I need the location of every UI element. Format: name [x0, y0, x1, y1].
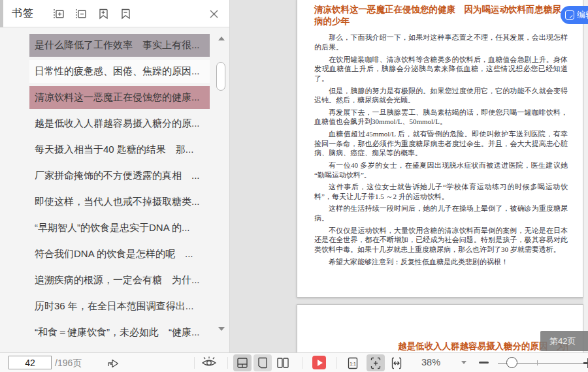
bookmark-panel-title: 书签	[12, 7, 34, 20]
bookmark-item[interactable]: 越是低收入人群越容易摄入糖分的原...	[29, 112, 210, 135]
svg-text:1:1: 1:1	[350, 361, 356, 365]
bookmark-item[interactable]: “和食＝健康饮食”，未必如此 “健康...	[29, 321, 210, 344]
paragraph: 有一位40 多岁的女士，在盛夏因出现脱水症状而被送进医院，医生建议她“勤喝运动饮…	[314, 161, 568, 179]
zoom-level-label[interactable]: 38%	[421, 357, 440, 367]
bookmark-item[interactable]: 是什么降低了工作效率 事实上有很...	[29, 34, 210, 57]
bookmark-item[interactable]: 清凉饮料这一恶魔正在侵蚀您的健康...	[29, 86, 210, 109]
paragraph: 血糖值超过45mmol/L 后，就有昏倒的危险。即使叫救护车送到医院，有幸捡回一…	[314, 129, 568, 158]
status-bar: /196页	[0, 352, 588, 372]
bookmark-panel: 书签	[0, 0, 230, 352]
bookmark-item[interactable]: 追溯疾病的根源，一定会有糖 为什...	[29, 269, 210, 292]
scroll-mode-button[interactable]	[233, 354, 252, 371]
play-icon	[318, 360, 323, 366]
scrollbar-thumb[interactable]	[216, 62, 225, 91]
bookmark-scrollbar[interactable]	[216, 31, 227, 336]
pdf-reader-window: 书签	[0, 0, 588, 372]
zoom-slider-midpoint	[537, 360, 538, 365]
facing-pages-mode-button[interactable]	[274, 354, 292, 371]
scroll-up-icon[interactable]	[218, 37, 225, 40]
document-scrollbar[interactable]	[583, 0, 588, 352]
collapse-all-icon[interactable]	[74, 7, 88, 20]
paragraph: 不仅仅是运动饮料，大量饮用含糖的清凉饮料而晕倒的案例，无论是在日本还是在全世界，…	[314, 226, 568, 255]
bookmark-list: 是什么降低了工作效率 事实上有很... 日常性的疲惫感、困倦、焦躁的原因... …	[0, 31, 229, 352]
single-page-mode-button[interactable]	[253, 354, 272, 371]
page-indicator-badge: 第42页	[540, 331, 588, 351]
paragraph: 这样的生活持续一段时间后，她的儿子在操场上晕倒了，被确诊为重度糖尿病。	[314, 204, 568, 223]
scroll-down-icon[interactable]	[218, 327, 225, 331]
bookmark-item[interactable]: 日常性的疲惫感、困倦、焦躁的原因...	[29, 60, 210, 83]
bookmark-item[interactable]: 符合我们DNA 的饮食是怎样的呢 ...	[29, 243, 210, 266]
bookmark-item[interactable]: “早期智人”的饮食是忠实于DNA 的...	[29, 217, 210, 240]
paragraph: 希望大家能够注意到：反复性低血糖是此类悲剧的祸根！	[314, 257, 568, 267]
bookmark-item[interactable]: 每天摄入相当于40 匙糖的结果 那...	[29, 138, 210, 161]
paragraph: 但是，胰腺的努力是有极限的。如果您过度使用它，它的功能不久就会变得迟钝。然后，糖…	[314, 86, 568, 105]
window-edge	[0, 0, 3, 27]
bookmark-item[interactable]: 即使这样，当代人也戒不掉摄取糖类...	[29, 191, 210, 213]
fit-page-button[interactable]	[367, 354, 385, 371]
section-title: 清凉饮料这一恶魔正在侵蚀您的健康 因为喝运动饮料而患糖尿病的少年	[314, 4, 568, 27]
zoom-slider-knob[interactable]	[506, 357, 517, 368]
edit-button-label: 编辑	[577, 9, 588, 21]
bookmark-toolbar	[52, 7, 132, 20]
paragraph: 在饮用罐装咖啡、清凉饮料等含糖类多的饮料后，血糖值会急剧上升。身体发现血糖值上升…	[314, 55, 568, 84]
document-page-42: 清凉饮料这一恶魔正在侵蚀您的健康 因为喝运动饮料而患糖尿病的少年 那么，下面我介…	[297, 0, 583, 298]
go-to-page-icon[interactable]	[106, 356, 120, 369]
delete-bookmark-icon[interactable]	[118, 7, 132, 20]
page-number-input[interactable]	[8, 356, 52, 369]
bookmark-item[interactable]: 厂家拼命掩饰的不方便透露的真相 ...	[29, 164, 210, 187]
page-total-label: /196页	[55, 358, 82, 369]
zoom-in-button[interactable]	[583, 358, 588, 368]
bookmark-panel-header: 书签	[0, 0, 229, 27]
play-slideshow-button[interactable]	[312, 356, 326, 369]
edit-icon	[565, 10, 574, 20]
paragraph: 那么，下面我介绍一下，如果对这种事态置之不理，任其发展，会出现怎样的后果。	[314, 33, 568, 52]
document-canvas: 清凉饮料这一恶魔正在侵蚀您的健康 因为喝运动饮料而患糖尿病的少年 那么，下面我介…	[231, 0, 588, 352]
close-panel-icon[interactable]	[207, 7, 220, 20]
edit-button[interactable]: 编辑	[561, 6, 588, 24]
paragraph: 再发展下去，一旦胰腺罢工、胰岛素枯竭的话，即使您只喝一罐咖啡饮料，血糖值也会飙升…	[314, 108, 568, 127]
zoom-dropdown-icon[interactable]	[461, 361, 466, 364]
bookmark-item[interactable]: 历时36 年，在全日本范围调查得出...	[29, 295, 210, 318]
fit-width-button[interactable]	[389, 356, 404, 370]
eye-protection-icon[interactable]	[200, 356, 218, 370]
add-bookmark-icon[interactable]	[96, 7, 110, 20]
zoom-out-button[interactable]	[479, 362, 489, 364]
actual-size-button[interactable]: 1:1	[345, 356, 361, 370]
paragraph: 这件事后，这位女士就告诉她儿子“学校体育运动练习的时候多喝运动饮料”，每天让儿子…	[314, 182, 568, 201]
expand-all-icon[interactable]	[52, 7, 65, 20]
